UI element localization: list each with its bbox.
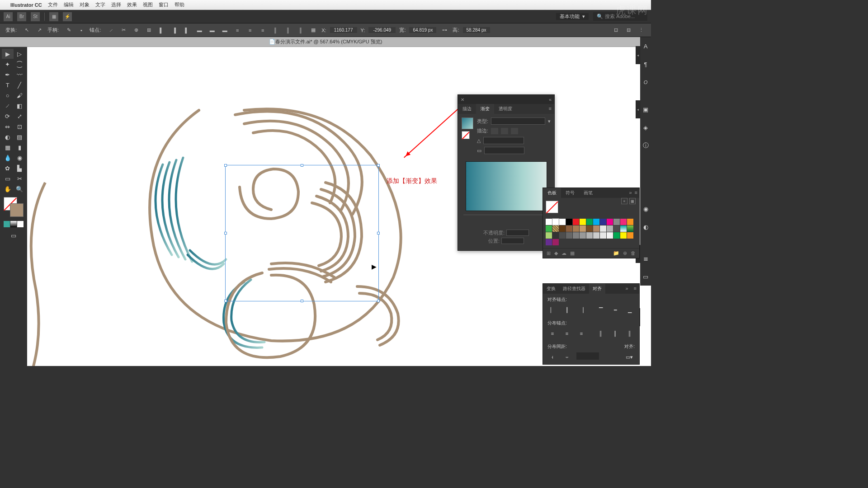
- al6-icon[interactable]: ▬: [220, 26, 229, 35]
- selection-bounds[interactable]: [225, 165, 379, 301]
- align-left-icon[interactable]: ▏: [547, 305, 557, 314]
- dist-space-h-icon[interactable]: ⫟: [562, 352, 572, 361]
- swatch-item[interactable]: [546, 232, 552, 239]
- flip-h-icon[interactable]: ↖: [22, 26, 31, 35]
- al2-icon[interactable]: ▐: [170, 26, 179, 35]
- stroke-mode2-icon[interactable]: [501, 128, 508, 134]
- swatch-lib-icon[interactable]: ⊞: [547, 250, 551, 256]
- al9-icon[interactable]: ≡: [258, 26, 267, 35]
- isolate-icon[interactable]: ⊕: [132, 26, 141, 35]
- flip-v-icon[interactable]: ↗: [35, 26, 44, 35]
- pen-tool[interactable]: ✒: [2, 70, 14, 80]
- new-group-icon[interactable]: 📁: [613, 250, 619, 256]
- artboard-tool[interactable]: ▭: [2, 174, 14, 183]
- grid-icon[interactable]: ⊞: [144, 26, 153, 35]
- swatch-item[interactable]: [586, 232, 593, 239]
- gpu-icon[interactable]: ⚡: [63, 12, 72, 21]
- dist-bottom-icon[interactable]: ≡: [576, 329, 586, 338]
- ellipse-tool[interactable]: ○: [2, 90, 14, 100]
- h-value[interactable]: 58.284 px: [463, 27, 490, 33]
- swatch-item[interactable]: [627, 232, 633, 239]
- swatch-gradient[interactable]: [620, 225, 627, 232]
- char-panel-icon[interactable]: A: [641, 42, 650, 51]
- stroke-mode3-icon[interactable]: [511, 128, 518, 134]
- panel-collapse-icon[interactable]: «: [549, 97, 552, 102]
- dist-vcenter-icon[interactable]: ≡: [562, 329, 572, 338]
- stock-icon[interactable]: St: [31, 12, 40, 21]
- app-name[interactable]: Illustrator CC: [10, 2, 42, 8]
- isolate2-icon[interactable]: ⊟: [624, 26, 633, 35]
- y-value[interactable]: -296.049: [368, 27, 396, 33]
- free-transform-tool[interactable]: ⊡: [14, 122, 26, 131]
- link-icon[interactable]: ⊶: [440, 26, 449, 35]
- delete-swatch-icon[interactable]: 🗑: [631, 250, 636, 256]
- tab-align[interactable]: 对齐: [589, 284, 605, 294]
- align-top-icon[interactable]: ▔: [596, 305, 606, 314]
- swatch-group-icon[interactable]: ▦: [570, 250, 575, 256]
- menu-type[interactable]: 文字: [95, 1, 105, 8]
- shape-mode-icon[interactable]: ⊡: [611, 26, 620, 35]
- grid-view-icon[interactable]: ▦: [629, 198, 636, 204]
- al4-icon[interactable]: ▬: [195, 26, 204, 35]
- perspective-tool[interactable]: ▨: [14, 132, 26, 142]
- d3-icon[interactable]: ║: [296, 26, 305, 35]
- graphic-styles-icon[interactable]: ◐: [641, 222, 650, 231]
- swatch-item[interactable]: [607, 225, 613, 232]
- menu-edit[interactable]: 编辑: [64, 1, 74, 8]
- zoom-tool[interactable]: 🔍: [14, 184, 26, 194]
- workspace-switcher[interactable]: 基本功能▾: [556, 13, 589, 20]
- swatch-fill-indicator[interactable]: [546, 201, 558, 213]
- swatch-kind-icon[interactable]: ◆: [554, 250, 558, 256]
- align-bottom-icon[interactable]: ▁: [625, 305, 635, 314]
- d1-icon[interactable]: ║: [271, 26, 280, 35]
- new-swatch-icon[interactable]: ⊕: [623, 250, 627, 256]
- gradient-swatch[interactable]: [462, 117, 473, 129]
- handle1-icon[interactable]: ✎: [64, 26, 73, 35]
- swatch-item[interactable]: [580, 225, 586, 232]
- artboards-panel-icon[interactable]: ▭: [641, 272, 650, 281]
- align-expand-icon[interactable]: »: [623, 284, 631, 294]
- bridge-icon[interactable]: Br: [17, 12, 26, 21]
- d2-icon[interactable]: ║: [283, 26, 292, 35]
- color-mode-gradient[interactable]: [10, 221, 17, 227]
- wand-tool[interactable]: ✦: [2, 59, 14, 69]
- panel-menu-icon[interactable]: ≡: [546, 104, 554, 114]
- swatch-item[interactable]: [620, 232, 627, 239]
- swatch-item[interactable]: [600, 232, 606, 239]
- x-value[interactable]: 1160.177: [330, 27, 357, 33]
- menu-file[interactable]: 文件: [48, 1, 58, 8]
- align-hcenter-icon[interactable]: ┃: [562, 305, 572, 314]
- dist-hcenter-icon[interactable]: ║: [610, 329, 620, 338]
- rotate-tool[interactable]: ⟳: [2, 111, 14, 121]
- hand-tool[interactable]: ✋: [2, 184, 14, 194]
- menu-effect[interactable]: 效果: [127, 1, 137, 8]
- swatch-registration[interactable]: [552, 219, 559, 225]
- gradient-tool[interactable]: ▮: [14, 142, 26, 152]
- panel-menu-icon[interactable]: ≡: [635, 190, 637, 196]
- swatch-item[interactable]: [559, 225, 566, 232]
- swatch-item[interactable]: [566, 219, 572, 225]
- tab-gradient[interactable]: 渐变: [476, 104, 494, 114]
- blend-tool[interactable]: ◉: [14, 153, 26, 163]
- swatch-item[interactable]: [593, 225, 599, 232]
- swatch-item[interactable]: [586, 219, 593, 225]
- al7-icon[interactable]: ≡: [233, 26, 242, 35]
- tab-stroke[interactable]: 描边: [458, 104, 476, 114]
- gradient-stroke-none[interactable]: [462, 131, 470, 139]
- appearance-panel-icon[interactable]: ◉: [641, 204, 650, 213]
- al5-icon[interactable]: ▬: [208, 26, 217, 35]
- position-field[interactable]: [501, 238, 524, 244]
- swatch-item[interactable]: [573, 225, 579, 232]
- swatch-item[interactable]: [613, 225, 620, 232]
- swatch-item[interactable]: [573, 232, 579, 239]
- dock-collapse-1[interactable]: ◂: [636, 46, 640, 64]
- swatch-item[interactable]: [573, 219, 579, 225]
- list-view-icon[interactable]: ≡: [621, 198, 627, 204]
- shaper-tool[interactable]: ⟋: [2, 101, 14, 111]
- slice-tool[interactable]: ✂: [14, 174, 26, 183]
- menu-view[interactable]: 视图: [143, 1, 153, 8]
- swatch-item[interactable]: [546, 225, 552, 232]
- type-tool[interactable]: T: [2, 80, 14, 90]
- swatch-options-icon[interactable]: ☁: [561, 250, 566, 256]
- document-tab[interactable]: 📄 春分演示文件.ai* @ 567.64% (CMYK/GPU 预览): [0, 37, 651, 47]
